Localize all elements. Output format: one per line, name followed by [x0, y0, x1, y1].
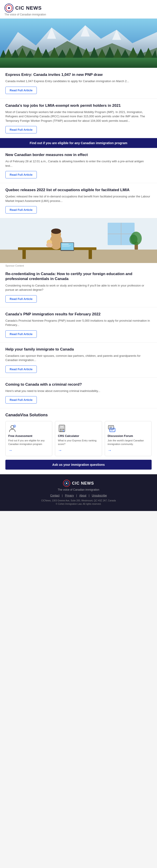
cv-card-forum[interactable]: Discussion Forum Join the world's larges…	[105, 421, 152, 456]
svg-point-43	[129, 235, 137, 244]
svg-rect-45	[22, 250, 26, 259]
banner-cta[interactable]: Find out if you are eligible for any Can…	[0, 138, 157, 148]
cv-card-crs-title: CRS Calculator	[58, 434, 99, 438]
sponsor-article-card: Re-credentialing in Canada: How to certi…	[0, 267, 157, 307]
ask-immigration-btn[interactable]: Ask us your immigration questions	[5, 460, 152, 470]
sponsor-label: Sponsor Content	[0, 263, 157, 267]
footer-link-privacy[interactable]: Privacy	[65, 494, 74, 497]
article-5-title: Canada's PNP immigration results for Feb…	[5, 312, 152, 317]
sponsor-image	[0, 218, 157, 263]
article-3-excerpt: As of February 28 at 12:01 a.m., Canada …	[5, 159, 152, 168]
cv-card-crs-arrow[interactable]: →	[58, 448, 99, 453]
article-card-2: Canada's top jobs for LMIA-exempt work p…	[0, 99, 157, 138]
article-3-read-btn[interactable]: Read Full Article	[5, 171, 37, 178]
svg-point-49	[51, 228, 61, 234]
article-card-5: Canada's PNP immigration results for Feb…	[0, 307, 157, 342]
sponsor-article-title: Re-credentialing in Canada: How to certi…	[5, 272, 152, 281]
svg-rect-72	[110, 428, 115, 432]
article-7-read-btn[interactable]: Read Full Article	[5, 396, 37, 404]
article-4-read-btn[interactable]: Read Full Article	[5, 206, 37, 214]
cv-card-crs[interactable]: CRS Calculator What is your Express Entr…	[55, 421, 102, 456]
svg-rect-54	[62, 244, 69, 244]
cv-card-assessment-title: Free Assessment	[8, 434, 49, 438]
svg-rect-62	[60, 426, 64, 428]
cv-card-forum-arrow[interactable]: →	[108, 448, 149, 453]
calculator-icon	[58, 424, 66, 432]
footer-tagline: The voice of Canadian immigration	[4, 488, 153, 491]
hero-image	[0, 19, 157, 68]
article-7-excerpt: Here's what you need to know about overc…	[5, 389, 152, 393]
article-5-read-btn[interactable]: Read Full Article	[5, 330, 37, 338]
header-tagline: The voice of Canadian immigration	[4, 13, 153, 16]
cv-card-assessment-desc: Find out if you are eligible for any Can…	[8, 439, 49, 446]
svg-rect-66	[60, 430, 61, 431]
svg-rect-69	[108, 426, 114, 429]
article-card-3: New Canadian border measures now in effe…	[0, 148, 157, 183]
article-2-title: Canada's top jobs for LMIA-exempt work p…	[5, 103, 152, 108]
svg-rect-68	[63, 430, 64, 431]
article-card-1: Express Entry: Canada invites 1,047 in n…	[0, 68, 157, 99]
footer-logo-icon	[63, 480, 70, 487]
article-7-title: Coming to Canada with a criminal record?	[5, 382, 152, 387]
article-4-title: Quebec releases 2022 list of occupations…	[5, 188, 152, 192]
article-card-7: Coming to Canada with a criminal record?…	[0, 378, 157, 408]
svg-rect-63	[60, 429, 61, 430]
forum-icon	[108, 424, 116, 432]
person-icon	[8, 424, 16, 432]
footer-logo: CIC NEWS	[4, 480, 153, 487]
cic-logo-icon	[4, 4, 14, 12]
cv-card-crs-desc: What is your Express Entry ranking score…	[58, 439, 99, 446]
svg-rect-56	[62, 246, 70, 247]
footer-link-unsubscribe[interactable]: Unsubscribe	[92, 494, 107, 497]
canadavisa-section: CanadaVisa Solutions Free Assessment Fin…	[0, 408, 157, 474]
footer-link-contact[interactable]: Contact	[50, 494, 59, 497]
footer-logo-text: CIC NEWS	[72, 481, 94, 486]
article-1-read-btn[interactable]: Read Full Article	[5, 87, 37, 94]
article-5-excerpt: Canada's Provincial Nominee Programs (PN…	[5, 318, 152, 327]
cv-cards-container: Free Assessment Find out if you are elig…	[5, 421, 152, 456]
logo-text: CIC NEWS	[15, 5, 42, 11]
article-6-read-btn[interactable]: Read Full Article	[5, 366, 37, 373]
article-4-excerpt: Quebec released the new list of in-deman…	[5, 194, 152, 203]
footer-links: Contact | Privacy | About | Unsubscribe	[4, 494, 153, 497]
article-card-6: Help your family immigrate to Canada Can…	[0, 342, 157, 378]
svg-point-77	[66, 483, 67, 484]
footer-address: CICNews, 1303 Greene Ave, Suite 200, Wes…	[4, 499, 153, 506]
article-3-title: New Canadian border measures now in effe…	[5, 152, 152, 157]
cv-card-assessment-arrow[interactable]: →	[8, 448, 49, 453]
svg-rect-64	[61, 429, 62, 430]
article-6-title: Help your family immigrate to Canada	[5, 347, 152, 352]
article-card-4: Quebec releases 2022 list of occupations…	[0, 183, 157, 218]
header: CIC NEWS The voice of Canadian immigrati…	[0, 0, 157, 19]
article-1-title: Express Entry: Canada invites 1,047 in n…	[5, 72, 152, 77]
article-2-read-btn[interactable]: Read Full Article	[5, 126, 37, 133]
logo-container: CIC NEWS	[4, 4, 153, 12]
svg-point-2	[8, 7, 10, 9]
svg-rect-65	[63, 429, 64, 430]
svg-rect-13	[0, 58, 157, 68]
canadavisa-section-title: CanadaVisa Solutions	[5, 413, 152, 417]
footer-link-about[interactable]: About	[79, 494, 86, 497]
svg-rect-46	[88, 250, 92, 259]
article-2-excerpt: Most of Canada's foreign workers fall un…	[5, 110, 152, 123]
svg-rect-55	[62, 245, 71, 246]
sponsor-illustration	[0, 218, 157, 263]
cv-card-assessment[interactable]: Free Assessment Find out if you are elig…	[5, 421, 52, 456]
cv-card-forum-desc: Join the world's largest Canadian immigr…	[108, 439, 149, 446]
article-6-excerpt: Canadians can sponsor their spouses, com…	[5, 354, 152, 362]
sponsor-article-read-btn[interactable]: Read Full Article	[5, 295, 37, 303]
mountain-svg	[0, 19, 157, 68]
svg-point-51	[46, 243, 52, 247]
cv-card-forum-title: Discussion Forum	[108, 434, 149, 438]
article-1-excerpt: Canada invited 1,047 Express Entry candi…	[5, 79, 152, 84]
svg-rect-67	[61, 430, 62, 431]
footer: CIC NEWS The voice of Canadian immigrati…	[0, 474, 157, 511]
sponsor-article-excerpt: Considering moving to Canada to work or …	[5, 283, 152, 292]
